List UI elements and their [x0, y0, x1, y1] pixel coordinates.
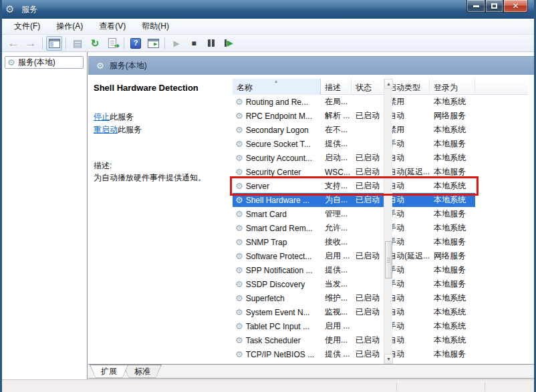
service-row-task-scheduler[interactable]: ⚙Task Scheduler使用...已启动自动本地系统 — [233, 333, 528, 347]
column-header-name[interactable]: 名称▲ — [233, 79, 321, 95]
forward-button[interactable]: → — [23, 36, 39, 51]
column-header-desc[interactable]: 描述 — [321, 79, 352, 95]
service-action-links: 停止此服务 重启动此服务 — [94, 111, 142, 136]
menu-file[interactable]: 文件(F) — [7, 19, 47, 34]
title-bar[interactable]: ⚙ 服务 ✕ — [0, 0, 536, 19]
service-row-spp-notification[interactable]: ⚙SPP Notification ...提供...手动本地服务 — [233, 263, 528, 277]
cell-status: 已启动 — [352, 152, 384, 164]
service-gear-icon: ⚙ — [235, 168, 243, 176]
menu-action[interactable]: 操作(A) — [49, 19, 90, 34]
view-tab-standard[interactable]: 标准 — [123, 365, 162, 378]
stop-service-link[interactable]: 停止 — [94, 112, 110, 122]
service-name-text: Software Protect... — [246, 252, 312, 261]
tree-item-services-local[interactable]: ⚙ 服务(本地) — [5, 56, 84, 69]
toolbar-separator — [124, 37, 124, 49]
column-header-logon[interactable]: 登录为 — [430, 79, 475, 95]
service-row-ssdp-discovery[interactable]: ⚙SSDP Discovery当发...手动本地服务 — [233, 277, 528, 291]
service-gear-icon: ⚙ — [235, 140, 243, 148]
properties-button[interactable]: ▤ — [70, 36, 86, 51]
services-gear-icon: ⚙ — [5, 3, 17, 15]
cell-logon: 网络服务 — [430, 110, 475, 122]
service-row-secure-socket-t[interactable]: ⚙Secure Socket T...提供...手动本地服务 — [233, 137, 528, 151]
view-tab-label: 标准 — [124, 365, 161, 378]
restart-service-button[interactable]: ▶ — [221, 36, 237, 51]
maximize-button[interactable] — [485, 0, 503, 13]
cell-name: ⚙Security Account... — [233, 154, 321, 163]
stop-service-button[interactable]: ■ — [186, 36, 202, 51]
service-name-text: System Event N... — [246, 308, 310, 317]
stop-service-line: 停止此服务 — [94, 111, 142, 124]
service-row-secondary-logon[interactable]: ⚙Secondary Logon在不...禁用本地系统 — [233, 123, 528, 137]
back-button[interactable]: ← — [5, 36, 21, 51]
cell-name: ⚙Smart Card Rem... — [233, 224, 321, 233]
cell-desc: WSC... — [321, 168, 352, 177]
back-icon: ← — [8, 37, 19, 49]
service-gear-icon: ⚙ — [235, 336, 243, 345]
start-service-button[interactable]: ▶ — [168, 36, 184, 51]
vertical-scrollbar[interactable]: ▲ ▼ — [384, 79, 392, 364]
service-name-text: Secondary Logon — [246, 126, 309, 135]
service-name-text: SNMP Trap — [246, 238, 287, 247]
view-tab-shape: 扩展 — [90, 365, 128, 378]
cell-desc: 在不... — [321, 124, 352, 136]
service-row-superfetch[interactable]: ⚙Superfetch维护...已启动自动本地系统 — [233, 291, 528, 305]
menu-help[interactable]: 帮助(H) — [135, 19, 176, 34]
scrollbar-thumb[interactable] — [385, 241, 392, 278]
service-row-smart-card-rem[interactable]: ⚙Smart Card Rem...允许...手动本地系统 — [233, 221, 528, 235]
close-button[interactable]: ✕ — [503, 0, 528, 13]
minimize-button[interactable] — [466, 0, 485, 13]
status-separator — [485, 382, 485, 391]
help-button[interactable]: ? — [128, 36, 144, 51]
status-separator — [396, 382, 397, 391]
show-console-tree-button[interactable] — [46, 36, 62, 51]
service-row-security-account[interactable]: ⚙Security Account...启动...已启动自动本地系统 — [233, 151, 528, 165]
column-header-status[interactable]: 状态 — [352, 79, 384, 95]
scroll-up-button[interactable]: ▲ — [384, 79, 393, 89]
service-row-software-protect[interactable]: ⚙Software Protect...启用 ...已启动自动(延迟...网络服… — [233, 249, 528, 263]
refresh-icon: ↻ — [91, 38, 100, 48]
view-tab-extended[interactable]: 扩展 — [90, 365, 128, 378]
menu-view[interactable]: 查看(V) — [92, 19, 132, 34]
cell-logon: 本地服务 — [430, 138, 475, 150]
service-name-text: Smart Card — [246, 210, 287, 219]
service-row-system-event-n[interactable]: ⚙System Event N...监视...已启动自动本地系统 — [233, 305, 528, 319]
service-row-smart-card[interactable]: ⚙Smart Card管理...手动本地服务 — [233, 207, 528, 221]
pause-service-button[interactable] — [203, 36, 219, 51]
view-tab-label: 扩展 — [90, 365, 128, 378]
cell-desc: 管理... — [321, 208, 352, 220]
service-row-security-center[interactable]: ⚙Security CenterWSC...已启动自动(延迟...本地服务 — [233, 165, 528, 179]
table-body: ⚙Routing and Re...在局...禁用本地系统⚙RPC Endpoi… — [233, 95, 528, 361]
cell-name: ⚙Security Center — [233, 168, 321, 177]
description-label: 描述: — [94, 160, 112, 172]
service-row-rpc-endpoint-m[interactable]: ⚙RPC Endpoint M...解析 ...已启动自动网络服务 — [233, 109, 528, 123]
service-row-tablet-pc-input[interactable]: ⚙Tablet PC Input ...启用 ...手动本地系统 — [233, 319, 528, 333]
start-service-icon: ▶ — [173, 39, 179, 47]
scroll-down-button[interactable]: ▼ — [384, 354, 393, 364]
cell-desc: 维护... — [321, 292, 352, 304]
service-row-snmp-trap[interactable]: ⚙SNMP Trap接收...手动本地服务 — [233, 235, 528, 249]
service-row-tcp-ip-netbios[interactable]: ⚙TCP/IP NetBIOS ...提供 ...已启动自动本地服务 — [233, 347, 528, 361]
service-row-server[interactable]: ⚙Server支持...已启动自动本地系统 — [233, 179, 528, 193]
service-row-shell-hardware[interactable]: ⚙Shell Hardware ...为自...已启动自动本地系统 — [233, 193, 475, 207]
cell-desc: 启动... — [321, 152, 352, 164]
service-gear-icon: ⚙ — [235, 238, 243, 246]
cell-logon: 本地系统 — [430, 307, 475, 318]
service-gear-icon: ⚙ — [235, 322, 243, 331]
service-name-text: Smart Card Rem... — [246, 224, 313, 233]
restart-service-link[interactable]: 重启动 — [94, 125, 118, 134]
service-row-routing-and-re[interactable]: ⚙Routing and Re...在局...禁用本地系统 — [233, 95, 528, 109]
refresh-button[interactable]: ↻ — [87, 36, 103, 51]
service-name-text: Security Account... — [246, 154, 312, 163]
cell-logon: 本地服务 — [430, 349, 475, 360]
cell-status: 已启动 — [352, 166, 384, 178]
export-list-button[interactable] — [104, 36, 120, 51]
sort-ascending-icon: ▲ — [274, 79, 279, 83]
cell-logon: 本地服务 — [430, 208, 475, 220]
service-gear-icon: ⚙ — [235, 224, 243, 232]
service-name-text: Security Center — [246, 168, 301, 177]
services-banner: ⚙ 服务(本地) — [88, 56, 534, 75]
description-text: 为自动播放硬件事件提供通知。 — [94, 172, 227, 184]
service-name-text: SPP Notification ... — [246, 266, 313, 275]
show-action-pane-button[interactable] — [145, 36, 161, 51]
service-name-text: Routing and Re... — [246, 97, 308, 107]
